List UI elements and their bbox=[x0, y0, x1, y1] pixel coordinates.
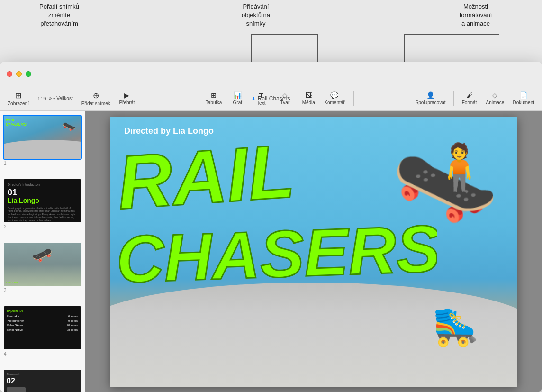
document-title-text: Rail Chasers bbox=[258, 95, 290, 102]
slide-2-preview: Director's Introduction 01 Lia Longo Gro… bbox=[4, 179, 81, 222]
slide-5-figure-area: 🛼 bbox=[7, 387, 78, 392]
format-label: Formát bbox=[462, 100, 477, 105]
slide-3-bg: 🛹 TIMELINE bbox=[4, 243, 81, 286]
view-icon: ⊞ bbox=[15, 91, 21, 100]
traffic-lights bbox=[0, 71, 38, 77]
slide-5-wrapper: Teamwork 02 🛼 5 bbox=[3, 369, 82, 392]
annotation-center: Přidáváníobjektů nasnímky bbox=[223, 2, 289, 28]
ann-line-center-v2 bbox=[317, 34, 318, 62]
animace-button[interactable]: ◇ Animace bbox=[482, 90, 508, 107]
slide-2-wrapper: Director's Introduction 01 Lia Longo Gro… bbox=[3, 178, 82, 229]
prehrat-label: Přehrát bbox=[119, 100, 135, 105]
slide-2-name: Lia Longo bbox=[8, 197, 77, 205]
slide-4-wrapper: Experience Filmmaker6 Years Photographer… bbox=[3, 305, 82, 356]
slide-3-preview: 🛹 TIMELINE bbox=[4, 243, 81, 286]
slide-4-row-1: Filmmaker6 Years bbox=[7, 314, 78, 319]
ann-line-center-v1 bbox=[251, 34, 252, 62]
ann-line-right-h bbox=[405, 34, 499, 35]
collaborate-icon: 👤 bbox=[426, 91, 434, 99]
document-title: + Rail Chasers bbox=[252, 95, 290, 102]
minimize-button[interactable] bbox=[16, 71, 22, 77]
toolbar: ⊞ Zobrazení 119 % ▾ Velikost ⊕ Přidat sn… bbox=[0, 86, 542, 111]
animation-icon: ◇ bbox=[492, 91, 497, 99]
annotation-right: Možnostiformátovánía animace bbox=[438, 2, 514, 28]
title-bar bbox=[0, 62, 542, 86]
slide-4-number: 4 bbox=[3, 351, 82, 356]
slide-4-row-4: Berlin Native28 Years bbox=[7, 328, 78, 333]
zobrazeni-button[interactable]: ⊞ Zobrazení bbox=[4, 89, 33, 108]
komentar-button[interactable]: 💬 Komentář bbox=[320, 90, 348, 107]
canvas-area: Directed by Lia Longo RAIL CHASERS 🛹 🧍 🛼 bbox=[85, 111, 542, 392]
slide-3-title-label: TIMELINE bbox=[6, 281, 19, 284]
slide-5-preview: Teamwork 02 🛼 bbox=[4, 370, 81, 392]
slide-5-number-text: 02 bbox=[7, 377, 78, 385]
ann-line-left-v bbox=[57, 33, 57, 62]
toolbar-left: ⊞ Zobrazení 119 % ▾ Velikost ⊕ Přidat sn… bbox=[4, 89, 139, 108]
slide-1-preview: RAILCHASERS 🛹 bbox=[4, 116, 81, 159]
tabulka-button[interactable]: ⊞ Tabulka bbox=[202, 90, 226, 107]
toolbar-divider-2 bbox=[353, 91, 354, 106]
annotation-left: Pořadí snímkůzměnítepřetahováním bbox=[28, 2, 90, 28]
velikost-button[interactable]: 119 % ▾ Velikost bbox=[34, 94, 77, 103]
graf-label: Graf bbox=[233, 100, 242, 105]
toolbar-divider-1 bbox=[144, 91, 144, 106]
slide-2-number-text: 01 bbox=[8, 188, 77, 197]
spolupracovat-button[interactable]: 👤 Spolupracovat bbox=[412, 90, 450, 107]
main-content: RAILCHASERS 🛹 1 Director's Introduction bbox=[0, 111, 542, 392]
pridat-snimek-button[interactable]: ⊕ Přidat snímek bbox=[78, 89, 114, 108]
dokument-button[interactable]: 📄 Dokument bbox=[509, 90, 538, 107]
dokument-label: Dokument bbox=[513, 100, 534, 105]
slide-4-row-2: Photographer9 Years bbox=[7, 319, 78, 324]
slide-1-thumb[interactable]: RAILCHASERS 🛹 bbox=[3, 115, 82, 160]
close-button[interactable] bbox=[7, 71, 12, 77]
format-icon: 🖌 bbox=[466, 91, 473, 99]
spolupracovat-label: Spolupracovat bbox=[416, 100, 446, 105]
prehrat-button[interactable]: ▶ Přehrát bbox=[115, 90, 139, 107]
slide-3-wrapper: 🛹 TIMELINE 3 bbox=[3, 242, 82, 293]
slide-3-number: 3 bbox=[3, 288, 82, 293]
media-label: Média bbox=[302, 100, 315, 105]
comment-icon: 💬 bbox=[330, 91, 338, 99]
animace-label: Animace bbox=[486, 100, 505, 105]
toolbar-right: 👤 Spolupracovat 🖌 Formát ◇ Animace 📄 Dok… bbox=[412, 90, 538, 107]
slide-4-thumb[interactable]: Experience Filmmaker6 Years Photographer… bbox=[3, 305, 82, 350]
ann-line-right-v1 bbox=[499, 34, 499, 62]
slide-title-text: Directed by Lia Longo bbox=[124, 126, 214, 136]
add-slide-icon: ⊕ bbox=[93, 91, 99, 100]
komentar-label: Komentář bbox=[324, 100, 344, 105]
slide-2-number: 2 bbox=[3, 224, 82, 229]
slide-canvas[interactable]: Directed by Lia Longo RAIL CHASERS 🛹 🧍 🛼 bbox=[110, 117, 517, 387]
roller-skater-figure: 🛼 bbox=[432, 304, 479, 349]
slide-1-number: 1 bbox=[3, 161, 82, 166]
table-icon: ⊞ bbox=[211, 91, 217, 99]
slide-3-thumb[interactable]: 🛹 TIMELINE bbox=[3, 242, 82, 287]
format-button[interactable]: 🖌 Formát bbox=[458, 90, 481, 107]
media-button[interactable]: 🖼 Média bbox=[297, 90, 320, 107]
graf-button[interactable]: 📊 Graf bbox=[226, 90, 249, 107]
play-icon: ▶ bbox=[124, 91, 129, 99]
slide-5-thumb[interactable]: Teamwork 02 🛼 bbox=[3, 369, 82, 392]
slide-4-preview: Experience Filmmaker6 Years Photographer… bbox=[4, 306, 81, 349]
slide-5-section-label: Teamwork bbox=[7, 373, 78, 375]
chevron-down-icon: ▾ bbox=[53, 96, 55, 101]
slide-2-body: Growing up in a generation that is enthr… bbox=[8, 207, 77, 222]
skater-person: 🧍 bbox=[430, 140, 489, 196]
chart-icon: 📊 bbox=[234, 91, 242, 99]
fullscreen-button[interactable] bbox=[26, 71, 31, 77]
tabulka-label: Tabulka bbox=[206, 100, 222, 105]
slide-4-exp-label: Experience bbox=[7, 309, 78, 312]
velikost-label: Velikost bbox=[56, 96, 72, 101]
annotations: Pořadí snímkůzměnítepřetahováním Přidává… bbox=[0, 0, 542, 62]
title-plus-icon: + bbox=[252, 95, 256, 102]
zoom-value: 119 % bbox=[37, 96, 52, 101]
slide-2-thumb[interactable]: Director's Introduction 01 Lia Longo Gro… bbox=[3, 178, 82, 223]
slide-2-section-label: Director's Introduction bbox=[8, 183, 77, 186]
slide-1-wrapper: RAILCHASERS 🛹 1 bbox=[3, 115, 82, 166]
app-window: ⊞ Zobrazení 119 % ▾ Velikost ⊕ Přidat sn… bbox=[0, 62, 542, 392]
slides-sidebar: RAILCHASERS 🛹 1 Director's Introduction bbox=[0, 111, 85, 392]
toolbar-divider-3 bbox=[453, 91, 454, 106]
media-icon: 🖼 bbox=[305, 91, 312, 99]
zobrazeni-label: Zobrazení bbox=[8, 101, 29, 106]
slide-4-row-3: Roller Skater20 Years bbox=[7, 323, 78, 328]
ann-line-right-v2 bbox=[404, 34, 405, 62]
